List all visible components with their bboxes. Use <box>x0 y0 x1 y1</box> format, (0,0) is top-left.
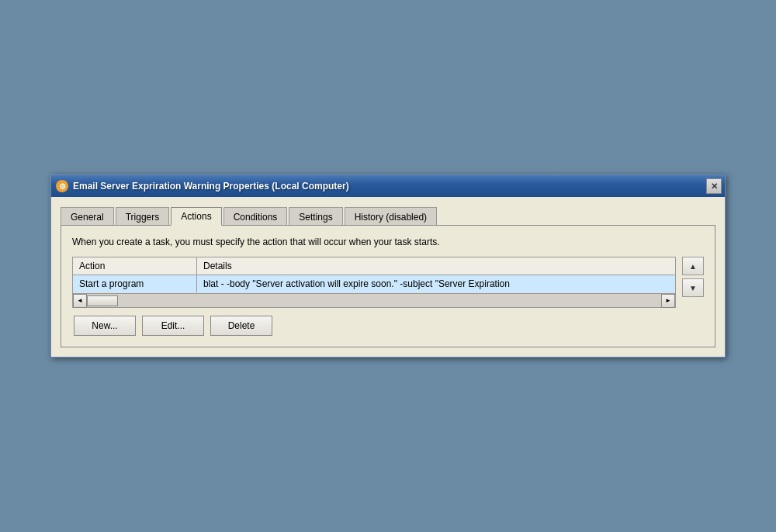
cell-action: Start a program <box>73 275 197 292</box>
tab-actions[interactable]: Actions <box>171 207 221 226</box>
table-wrapper: Action Details Start a program blat - -b… <box>72 257 676 308</box>
description-text: When you create a task, you must specify… <box>72 237 704 247</box>
table-header: Action Details <box>73 257 675 275</box>
table-row[interactable]: Start a program blat - -body "Server act… <box>73 275 675 293</box>
close-button[interactable]: ✕ <box>706 178 722 194</box>
side-buttons: ▲ ▼ <box>682 257 704 308</box>
tab-settings[interactable]: Settings <box>289 207 342 226</box>
bottom-buttons: New... Edit... Delete <box>72 316 704 336</box>
scroll-thumb[interactable] <box>87 295 118 306</box>
scroll-left-button[interactable]: ◄ <box>73 294 87 308</box>
title-bar: ⚙ Email Server Expriration Warning Prope… <box>51 175 725 197</box>
column-header-details: Details <box>197 257 675 275</box>
delete-button[interactable]: Delete <box>210 316 272 336</box>
window-title: Email Server Expriration Warning Propert… <box>73 181 349 192</box>
scroll-right-button[interactable]: ► <box>661 294 675 308</box>
horizontal-scrollbar: ◄ ► <box>72 294 676 308</box>
move-down-button[interactable]: ▼ <box>682 278 704 297</box>
tab-history[interactable]: History (disabled) <box>345 207 437 226</box>
new-button[interactable]: New... <box>74 316 136 336</box>
tab-general[interactable]: General <box>61 207 114 226</box>
tab-content: When you create a task, you must specify… <box>61 225 715 347</box>
scroll-track[interactable] <box>87 294 661 307</box>
actions-table: Action Details Start a program blat - -b… <box>72 257 676 294</box>
window-body: General Triggers Actions Conditions Sett… <box>51 197 725 357</box>
table-area: Action Details Start a program blat - -b… <box>72 257 704 308</box>
column-header-action: Action <box>73 257 197 275</box>
tab-conditions[interactable]: Conditions <box>223 207 288 226</box>
edit-button[interactable]: Edit... <box>142 316 204 336</box>
cell-details: blat - -body "Server activation will exp… <box>197 275 675 292</box>
move-up-button[interactable]: ▲ <box>682 257 704 275</box>
tab-bar: General Triggers Actions Conditions Sett… <box>61 203 715 225</box>
window-icon: ⚙ <box>56 180 68 192</box>
table-body: Start a program blat - -body "Server act… <box>73 275 675 293</box>
main-window: ⚙ Email Server Expriration Warning Prope… <box>50 174 726 358</box>
tab-triggers[interactable]: Triggers <box>116 207 170 226</box>
title-bar-left: ⚙ Email Server Expriration Warning Prope… <box>56 180 349 192</box>
